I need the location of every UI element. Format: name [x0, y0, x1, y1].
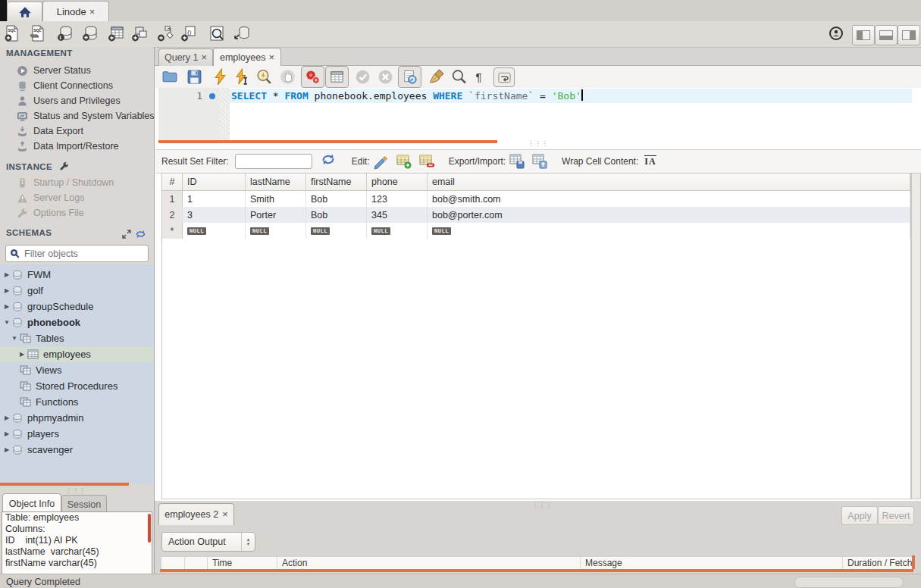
schema-item-groupschedule[interactable]: ▶ groupSchedule	[0, 299, 154, 314]
open-sql-script-icon[interactable]: SQL	[28, 24, 46, 42]
find-icon[interactable]	[450, 68, 468, 86]
edit-record-icon[interactable]	[373, 153, 390, 170]
tab-session[interactable]: Session	[61, 495, 107, 513]
cell-email[interactable]: bob@porter.com	[428, 207, 910, 223]
import-recordset-icon[interactable]	[531, 153, 548, 170]
tree-node-views[interactable]: Views	[0, 362, 154, 378]
column-header-time[interactable]: Time	[208, 557, 277, 570]
editor-horizontal-scrollbar[interactable]	[158, 140, 497, 143]
tree-node-tables[interactable]: ▼ Tables	[0, 330, 154, 346]
sidebar-horizontal-scrollbar[interactable]	[0, 483, 129, 486]
column-header-email[interactable]: email	[428, 174, 910, 190]
beautify-icon[interactable]	[428, 68, 446, 86]
column-header-lastname[interactable]: lastName	[246, 174, 306, 190]
table-inspector-icon[interactable]	[208, 24, 226, 42]
cell-null[interactable]: NULL	[306, 223, 367, 239]
sidebar-item-options-file[interactable]: Options File	[0, 205, 154, 220]
cell-null[interactable]: NULL	[246, 223, 306, 239]
rollback-icon[interactable]	[377, 68, 394, 86]
chevron-right-icon[interactable]: ▶	[3, 303, 11, 310]
chevron-right-icon[interactable]: ▶	[3, 287, 11, 294]
row-number-cell[interactable]: *	[162, 223, 183, 239]
chevron-right-icon[interactable]: ▶	[3, 414, 11, 421]
close-tab-button[interactable]: ×	[222, 511, 228, 518]
status-bar-scrollbar-thumb[interactable]	[794, 577, 904, 588]
output-type-select[interactable]: Action Output ▲ ▼	[161, 532, 255, 552]
sidebar-item-server-status[interactable]: Server Status	[0, 63, 154, 78]
execute-icon[interactable]	[211, 68, 229, 86]
tree-node-stored-procedures[interactable]: Stored Procedures	[0, 378, 154, 394]
apply-button[interactable]: Apply	[841, 506, 878, 525]
tab-employees[interactable]: employees ×	[213, 48, 281, 66]
expand-schemas-icon[interactable]	[122, 230, 131, 239]
new-table-icon[interactable]	[107, 24, 125, 42]
new-view-icon[interactable]	[130, 24, 149, 42]
cell-id[interactable]: 3	[183, 207, 246, 223]
cell-phone[interactable]: 345	[367, 207, 428, 223]
wrap-text-button[interactable]	[493, 67, 515, 87]
refresh-schemas-icon[interactable]	[136, 230, 146, 239]
save-icon[interactable]	[186, 68, 203, 86]
tab-query-1[interactable]: Query 1 ×	[158, 48, 213, 66]
schema-item-golf[interactable]: ▶ golf	[0, 283, 154, 299]
tab-object-info[interactable]: Object Info	[2, 493, 61, 513]
tab-result-employees-2[interactable]: employees 2 ×	[158, 503, 234, 525]
chevron-right-icon[interactable]: ▶	[3, 271, 11, 278]
close-tab-button[interactable]: ×	[268, 54, 274, 61]
toggle-stop-on-error-button[interactable]	[301, 66, 324, 88]
column-header-id[interactable]: ID	[183, 174, 246, 190]
commit-icon[interactable]	[354, 68, 371, 86]
home-tab[interactable]	[7, 2, 42, 22]
action-output-horizontal-scrollbar[interactable]	[160, 569, 913, 572]
wrap-cell-content-icon[interactable]: IA	[644, 155, 656, 167]
open-file-icon[interactable]	[161, 68, 179, 86]
schema-item-phpmyadmin[interactable]: ▶ phpmyadmin	[0, 410, 154, 426]
new-procedure-icon[interactable]	[156, 24, 174, 42]
export-recordset-icon[interactable]	[509, 153, 525, 170]
sidebar-item-data-export[interactable]: Data Export	[0, 124, 154, 139]
sidebar-item-server-logs[interactable]: Server Logs	[0, 190, 154, 205]
toggle-secondary-sidebar-button[interactable]	[898, 25, 920, 45]
result-filter-input[interactable]	[235, 154, 312, 169]
schema-item-fwm[interactable]: ▶ FWM	[0, 267, 154, 283]
new-sql-tab-icon[interactable]: SQL	[3, 24, 21, 42]
new-schema-icon[interactable]: i	[56, 24, 74, 42]
sidebar-splitter-handle[interactable]: ⋮⋮⋮	[64, 487, 87, 494]
cell-null[interactable]: NULL	[367, 223, 428, 239]
chevron-down-icon[interactable]: ▼	[3, 319, 11, 326]
sidebar-item-client-connections[interactable]: Client Connections	[0, 78, 154, 93]
execute-current-icon[interactable]	[233, 68, 251, 86]
select-stepper[interactable]: ▲ ▼	[241, 533, 255, 551]
cell-null[interactable]: NULL	[183, 223, 246, 239]
cell-firstname[interactable]: Bob	[306, 191, 367, 207]
row-number-cell[interactable]: 2	[162, 207, 183, 223]
revert-button[interactable]: Revert	[878, 506, 914, 525]
column-header-message[interactable]: Message	[581, 557, 843, 570]
chevron-right-icon[interactable]: ▶	[3, 446, 11, 453]
results-output-splitter-handle[interactable]: ⋮⋮⋮	[531, 502, 553, 508]
schema-filter-input[interactable]	[23, 248, 148, 260]
cell-phone[interactable]: 123	[367, 191, 428, 207]
cell-lastname[interactable]: Smith	[246, 191, 306, 207]
column-header-rownum[interactable]: #	[162, 174, 183, 190]
tree-node-employees[interactable]: ▶ employees	[0, 346, 154, 362]
cell-lastname[interactable]: Porter	[246, 207, 306, 223]
schema-item-scavenger[interactable]: ▶ scavenger	[0, 442, 154, 458]
toggle-autocommit-button[interactable]	[398, 66, 421, 88]
stop-icon[interactable]	[279, 68, 296, 86]
toggle-sidebar-button[interactable]	[852, 25, 875, 45]
insert-row-icon[interactable]	[396, 153, 412, 170]
limit-rows-button[interactable]	[325, 66, 349, 88]
sidebar-item-data-import[interactable]: Data Import/Restore	[0, 139, 154, 154]
explain-icon[interactable]	[255, 68, 273, 86]
refresh-results-icon[interactable]	[321, 153, 338, 170]
action-output-vertical-scrollbar[interactable]	[912, 555, 915, 569]
sidebar-item-users-privileges[interactable]: Users and Privileges	[0, 93, 154, 108]
new-connection-icon[interactable]	[81, 24, 99, 42]
delete-row-icon[interactable]	[418, 153, 435, 170]
cell-null[interactable]: NULL	[428, 223, 910, 239]
chevron-right-icon[interactable]: ▶	[3, 430, 11, 437]
chevron-down-icon[interactable]: ▼	[11, 335, 18, 342]
cell-email[interactable]: bob@smith.com	[428, 191, 910, 207]
sidebar-item-startup-shutdown[interactable]: Startup / Shutdown	[0, 175, 154, 190]
